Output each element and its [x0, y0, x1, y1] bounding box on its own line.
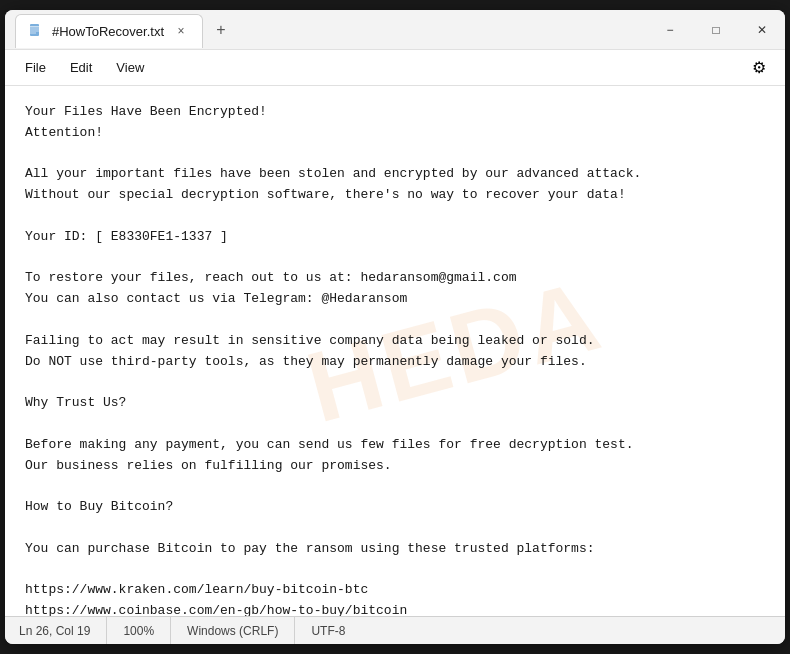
menu-file[interactable]: File — [15, 56, 56, 79]
svg-rect-1 — [30, 26, 39, 28]
svg-rect-3 — [30, 31, 39, 32]
menu-edit[interactable]: Edit — [60, 56, 102, 79]
active-tab[interactable]: #HowToRecover.txt × — [15, 14, 203, 48]
tab-title: #HowToRecover.txt — [52, 24, 164, 39]
svg-rect-4 — [30, 33, 36, 34]
menubar: File Edit View ⚙ — [5, 50, 785, 86]
titlebar: #HowToRecover.txt × + − □ ✕ — [5, 10, 785, 50]
maximize-button[interactable]: □ — [693, 10, 739, 50]
notepad-window: #HowToRecover.txt × + − □ ✕ File Edit Vi… — [5, 10, 785, 644]
line-ending: Windows (CRLF) — [171, 617, 295, 644]
cursor-position: Ln 26, Col 19 — [15, 617, 107, 644]
svg-rect-2 — [30, 29, 39, 30]
svg-rect-0 — [30, 24, 39, 36]
close-button[interactable]: ✕ — [739, 10, 785, 50]
settings-icon: ⚙ — [752, 58, 766, 77]
text-editor-area[interactable]: HEDA Your Files Have Been Encrypted! Att… — [5, 86, 785, 616]
encoding: UTF-8 — [295, 617, 361, 644]
tab-close-button[interactable]: × — [172, 22, 190, 40]
new-tab-button[interactable]: + — [207, 16, 235, 44]
file-icon — [28, 23, 44, 39]
settings-button[interactable]: ⚙ — [743, 52, 775, 84]
menu-view[interactable]: View — [106, 56, 154, 79]
window-controls: − □ ✕ — [647, 10, 785, 50]
zoom-level: 100% — [107, 617, 171, 644]
minimize-button[interactable]: − — [647, 10, 693, 50]
document-text: Your Files Have Been Encrypted! Attentio… — [25, 102, 765, 616]
statusbar: Ln 26, Col 19 100% Windows (CRLF) UTF-8 — [5, 616, 785, 644]
